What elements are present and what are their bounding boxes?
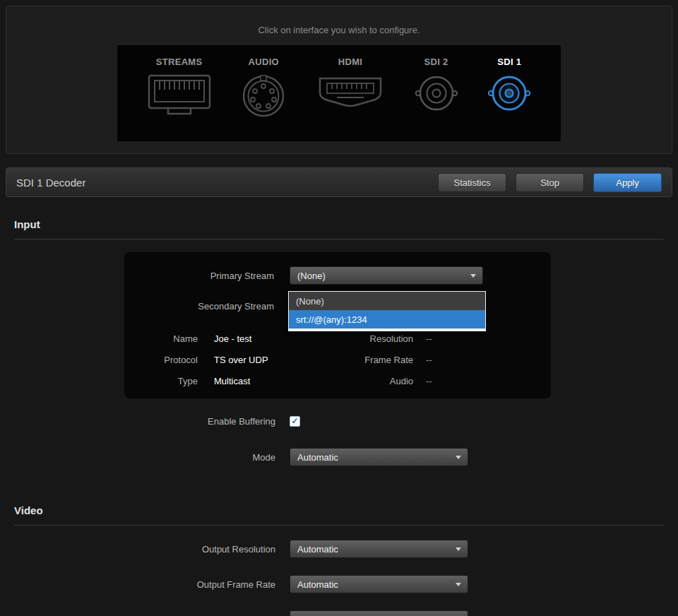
- resolution-label: Resolution: [320, 333, 413, 344]
- enable-buffering-label: Enable Buffering: [0, 416, 275, 427]
- primary-stream-label: Primary Stream: [124, 271, 274, 281]
- interface-label: SDI 1: [497, 57, 521, 67]
- mode-row: Mode Automatic: [0, 448, 678, 466]
- resolution-value: --: [426, 333, 432, 344]
- input-section-title: Input: [14, 218, 664, 230]
- video-cropped-dropdown[interactable]: [290, 610, 468, 616]
- mode-label: Mode: [0, 452, 275, 463]
- enable-buffering-checkbox[interactable]: ✓: [290, 416, 300, 427]
- bnc-connector-icon-selected: [487, 73, 531, 114]
- video-cropped-row: [0, 610, 678, 616]
- bnc-connector-icon: [415, 73, 458, 114]
- video-section-divider: [14, 525, 664, 526]
- framerate-value: --: [426, 355, 432, 365]
- chevron-down-icon: [456, 583, 461, 586]
- output-resolution-dropdown[interactable]: Automatic: [290, 540, 468, 558]
- configure-instruction: Click on interface you wish to configure…: [6, 6, 672, 35]
- hdmi-port-icon: [316, 73, 385, 111]
- stream-config-panel: Primary Stream (None) (None) srt://@(any…: [124, 252, 551, 398]
- apply-button[interactable]: Apply: [593, 173, 662, 192]
- type-label: Type: [124, 376, 198, 386]
- header-buttons: Statistics Stop Apply: [438, 173, 662, 192]
- video-section-title: Video: [14, 504, 664, 516]
- page-title: SDI 1 Decoder: [16, 177, 438, 189]
- stream-details: Name Joe - test Resolution -- Protocol T…: [124, 328, 551, 391]
- interface-item-sdi2[interactable]: SDI 2: [415, 57, 458, 114]
- interface-item-audio[interactable]: AUDIO: [241, 57, 286, 118]
- dropdown-option-srt[interactable]: srt://@(any):1234: [289, 310, 485, 328]
- protocol-label: Protocol: [124, 355, 198, 365]
- interface-item-streams[interactable]: STREAMS: [147, 57, 212, 118]
- enable-buffering-row: Enable Buffering ✓: [0, 414, 678, 428]
- output-resolution-row: Output Resolution Automatic: [0, 540, 678, 558]
- stop-button[interactable]: Stop: [516, 173, 584, 192]
- interface-label: HDMI: [338, 57, 362, 67]
- mode-value: Automatic: [297, 452, 338, 463]
- output-framerate-label: Output Frame Rate: [0, 579, 275, 590]
- interface-label: STREAMS: [156, 57, 203, 67]
- output-framerate-row: Output Frame Rate Automatic: [0, 575, 678, 593]
- din-connector-icon: [241, 73, 286, 118]
- chevron-down-icon: [456, 456, 461, 459]
- chevron-down-icon: [456, 547, 461, 551]
- primary-stream-value: (None): [297, 271, 326, 281]
- dropdown-option-none[interactable]: (None): [289, 292, 485, 310]
- interface-strip: STREAMS AUDIO: [117, 45, 561, 141]
- input-section-divider: [14, 239, 664, 239]
- interface-item-hdmi[interactable]: HDMI: [316, 57, 385, 111]
- mode-dropdown[interactable]: Automatic: [290, 448, 468, 466]
- audio-label: Audio: [320, 376, 413, 386]
- framerate-label: Frame Rate: [320, 355, 413, 365]
- statistics-button[interactable]: Statistics: [438, 173, 506, 192]
- output-resolution-label: Output Resolution: [0, 544, 275, 555]
- secondary-stream-label: Secondary Stream: [124, 301, 274, 312]
- name-label: Name: [124, 333, 198, 344]
- ethernet-port-icon: [147, 73, 212, 118]
- name-value: Joe - test: [214, 333, 320, 344]
- details-row: Protocol TS over UDP Frame Rate --: [124, 349, 551, 370]
- interface-item-sdi1[interactable]: SDI 1: [487, 57, 531, 114]
- audio-value: --: [426, 376, 432, 386]
- chevron-down-icon: [470, 274, 476, 278]
- interface-label: AUDIO: [249, 57, 279, 67]
- configure-panel: Click on interface you wish to configure…: [6, 6, 672, 154]
- protocol-value: TS over UDP: [214, 355, 320, 365]
- interface-label: SDI 2: [424, 57, 448, 67]
- decoder-header-bar: SDI 1 Decoder Statistics Stop Apply: [6, 167, 672, 197]
- type-value: Multicast: [214, 376, 320, 386]
- output-framerate-value: Automatic: [297, 579, 338, 590]
- primary-stream-dropdown[interactable]: (None): [290, 266, 483, 285]
- primary-stream-row: Primary Stream (None): [124, 266, 551, 285]
- output-resolution-value: Automatic: [297, 544, 338, 555]
- checkmark-icon: ✓: [291, 416, 298, 426]
- output-framerate-dropdown[interactable]: Automatic: [290, 575, 468, 593]
- details-row: Type Multicast Audio --: [124, 370, 551, 391]
- primary-stream-dropdown-menu: (None) srt://@(any):1234: [288, 291, 486, 331]
